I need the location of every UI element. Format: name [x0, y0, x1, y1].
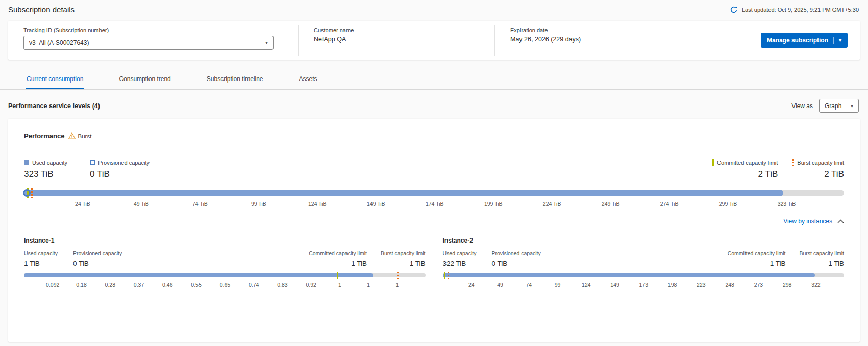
used-capacity-label: Used capacity	[32, 159, 67, 166]
committed-limit-value: 2 TiB	[712, 169, 778, 179]
used-capacity-fill	[24, 273, 373, 277]
burst-flag-label: Burst	[78, 133, 91, 139]
tick-label: 0.28	[105, 282, 115, 288]
usage-axis: 24 49 74 99 124 149 173 198 223 248 273 …	[443, 282, 845, 289]
tick-label: 273	[754, 282, 763, 288]
tick-label: 124	[582, 282, 591, 288]
provisioned-capacity-label: Provisioned capacity	[98, 159, 150, 166]
tracking-id-value: v3_All (A-S00027643)	[29, 39, 89, 46]
committed-limit-block: Committed capacity limit 1 TiB	[728, 250, 786, 268]
tick-label: 274 TiB	[660, 201, 679, 207]
manage-subscription-label: Manage subscription	[767, 37, 828, 44]
view-by-instances-row: View by instances	[24, 218, 844, 225]
last-updated-text: Last updated: Oct 9, 2025, 9:21 PM GMT+5…	[742, 7, 859, 13]
burst-limit-marker	[31, 188, 33, 198]
usage-axis: 24 TiB 49 TiB 74 TiB 99 TiB 124 TiB 149 …	[24, 201, 844, 208]
used-capacity-fill	[24, 190, 783, 196]
provisioned-capacity-value: 0 TiB	[90, 169, 150, 179]
tick-label: 0.83	[277, 282, 287, 288]
top-bar: Subscription details Last updated: Oct 9…	[0, 0, 868, 17]
divider	[792, 250, 792, 268]
expiration-date-value: May 26, 2026 (229 days)	[510, 36, 691, 43]
provisioned-capacity-value: 0 TiB	[491, 260, 540, 268]
section-header: Performance service levels (4) View as G…	[0, 90, 868, 119]
divider	[374, 250, 374, 268]
refresh-icon[interactable]	[730, 6, 738, 14]
view-as-value: Graph	[825, 102, 841, 110]
tab-current-consumption[interactable]: Current consumption	[26, 71, 84, 89]
expiration-date-field: Expiration date May 26, 2026 (229 days)	[495, 21, 691, 60]
tab-assets[interactable]: Assets	[298, 71, 318, 89]
burst-limit-label: Burst capacity limit	[799, 250, 844, 256]
provisioned-capacity-value: 0 TiB	[73, 260, 122, 268]
committed-limit-marker	[444, 272, 445, 279]
used-capacity-label: Used capacity	[24, 250, 58, 256]
view-by-instances-link[interactable]: View by instances	[783, 218, 832, 225]
tick-label: 49 TiB	[134, 201, 149, 207]
used-capacity-value: 323 TiB	[24, 169, 67, 179]
tick-label: 173	[639, 282, 649, 288]
tick-label: 0.37	[134, 282, 144, 288]
tick-label: 174 TiB	[426, 201, 444, 207]
service-level-name: Performance	[24, 132, 64, 140]
tab-subscription-timeline[interactable]: Subscription timeline	[206, 71, 264, 89]
tick-label: 0.74	[249, 282, 259, 288]
tick-label: 0.46	[162, 282, 172, 288]
tick-label: 99 TiB	[251, 201, 266, 207]
provisioned-capacity-block: Provisioned capacity 0 TiB	[90, 159, 150, 179]
tick-label: 0.92	[306, 282, 316, 288]
tick-label: 149	[610, 282, 619, 288]
capacity-summary: Used capacity 323 TiB Provisioned capaci…	[24, 159, 844, 179]
tick-label: 299 TiB	[719, 201, 737, 207]
tracking-id-label: Tracking ID (Subscription number)	[23, 27, 298, 33]
burst-limit-value: 1 TiB	[799, 260, 844, 268]
provisioned-capacity-block: Provisioned capacity 0 TiB	[73, 250, 122, 268]
burst-limit-label: Burst capacity limit	[797, 159, 844, 166]
provisioned-capacity-label: Provisioned capacity	[73, 250, 122, 256]
chevron-down-icon: ▾	[265, 40, 268, 45]
committed-limit-value: 1 TiB	[309, 260, 367, 268]
tracking-id-select[interactable]: v3_All (A-S00027643) ▾	[23, 36, 274, 50]
tick-label: 248	[725, 282, 734, 288]
used-capacity-label: Used capacity	[443, 250, 477, 256]
committed-limit-marker	[337, 272, 338, 279]
tick-label: 124 TiB	[308, 201, 327, 207]
committed-limit-label: Committed capacity limit	[309, 250, 367, 256]
view-as-label: View as	[791, 102, 813, 110]
customer-name-label: Customer name	[314, 27, 494, 33]
performance-card: Performance Burst Used capacity 323 TiB …	[8, 119, 860, 342]
instance-usage-bar	[443, 273, 845, 277]
tick-label: 224 TiB	[543, 201, 561, 207]
used-capacity-value: 322 TiB	[443, 260, 477, 268]
expiration-date-label: Expiration date	[510, 27, 691, 33]
tick-label: 322	[811, 282, 821, 288]
burst-limit-marker	[448, 272, 449, 279]
chevron-down-icon[interactable]: ▾	[839, 38, 841, 43]
burst-limit-value: 2 TiB	[792, 169, 844, 179]
used-capacity-value: 1 TiB	[24, 260, 58, 268]
used-capacity-block: Used capacity 1 TiB	[24, 250, 58, 268]
instance-name: Instance-1	[24, 237, 426, 244]
burst-limit-label: Burst capacity limit	[381, 250, 426, 256]
view-as-control: View as Graph ▾	[791, 99, 859, 113]
used-capacity-block: Used capacity 322 TiB	[443, 250, 477, 268]
performance-title-row: Performance Burst	[24, 132, 844, 148]
tab-bar: Current consumption Consumption trend Su…	[0, 71, 868, 90]
actions-area: Manage subscription ▾	[691, 21, 860, 60]
burst-limit-block: Burst capacity limit 1 TiB	[799, 250, 844, 268]
tick-label: 99	[555, 282, 561, 288]
manage-subscription-button[interactable]: Manage subscription ▾	[761, 33, 848, 48]
tab-consumption-trend[interactable]: Consumption trend	[118, 71, 171, 89]
chevron-up-icon[interactable]	[837, 219, 844, 223]
customer-name-value: NetApp QA	[314, 36, 494, 43]
tick-label: 74 TiB	[192, 201, 208, 207]
tracking-id-field: Tracking ID (Subscription number) v3_All…	[8, 21, 298, 60]
provisioned-capacity-block: Provisioned capacity 0 TiB	[491, 250, 540, 268]
committed-limit-label: Committed capacity limit	[728, 250, 786, 256]
tick-label: 0.55	[191, 282, 201, 288]
committed-limit-block: Committed capacity limit 2 TiB	[712, 159, 778, 179]
committed-limit-label: Committed capacity limit	[717, 159, 778, 166]
view-as-select[interactable]: Graph ▾	[819, 99, 859, 113]
tick-label: 1	[396, 282, 399, 288]
warning-icon	[68, 132, 76, 139]
